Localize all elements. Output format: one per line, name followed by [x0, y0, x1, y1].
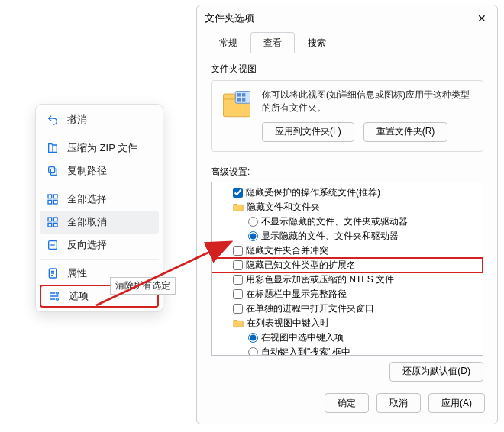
svg-rect-6: [48, 218, 52, 221]
tree-label: 在视图中选中键入项: [261, 331, 344, 344]
tree-radio[interactable]: [248, 347, 258, 356]
tree-checkbox[interactable]: [233, 188, 243, 198]
tree-row[interactable]: 在视图中选中键入项: [212, 330, 483, 345]
tree-checkbox[interactable]: [233, 246, 243, 256]
context-menu: 撤消 压缩为 ZIP 文件 复制路径 全部选择 清除所有选定 全部取消 反向选择: [35, 104, 163, 312]
dialog-button-row: 确定 取消 应用(A): [197, 385, 497, 424]
tree-row[interactable]: 隐藏已知文件类型的扩展名: [212, 258, 483, 272]
tree-checkbox[interactable]: [233, 289, 243, 299]
tree-radio[interactable]: [248, 333, 258, 343]
tree-radio[interactable]: [248, 231, 258, 241]
cancel-button[interactable]: 取消: [376, 393, 421, 413]
tree-label: 在标题栏中显示完整路径: [246, 288, 347, 301]
tree-row[interactable]: 显示隐藏的文件、文件夹和驱动器: [212, 229, 483, 243]
tree-row[interactable]: 自动键入到"搜索"框中: [212, 345, 483, 356]
tree-label: 在单独的进程中打开文件夹窗口: [246, 302, 374, 315]
tree-row[interactable]: 在单独的进程中打开文件夹窗口: [212, 301, 483, 316]
options-icon: [47, 289, 61, 303]
cm-select-all[interactable]: 全部选择 清除所有选定: [40, 188, 159, 211]
copy-path-icon: [46, 164, 60, 178]
cm-zip-label: 压缩为 ZIP 文件: [67, 141, 153, 155]
zip-icon: [46, 141, 60, 155]
ok-button[interactable]: 确定: [325, 393, 369, 413]
titlebar: 文件夹选项 ✕: [197, 5, 497, 31]
svg-rect-19: [242, 93, 245, 96]
tabs: 常规 查看 搜索: [197, 31, 497, 53]
advanced-label: 高级设置:: [211, 166, 483, 179]
tree-label: 用彩色显示加密或压缩的 NTFS 文件: [246, 273, 394, 286]
svg-rect-2: [48, 195, 52, 198]
svg-rect-16: [224, 94, 236, 99]
tree-radio[interactable]: [248, 217, 258, 227]
separator: [40, 259, 159, 260]
cm-deselect-all[interactable]: 全部取消: [40, 211, 159, 234]
tree-checkbox[interactable]: [233, 275, 243, 285]
folder-options-dialog: 文件夹选项 ✕ 常规 查看 搜索 文件夹视图 你可以将此视图(如详细信息或图标)…: [196, 5, 498, 424]
folder-view-label: 文件夹视图: [211, 63, 483, 76]
svg-rect-7: [53, 218, 57, 221]
svg-rect-9: [53, 223, 57, 227]
svg-rect-3: [53, 195, 57, 198]
properties-icon: [46, 266, 60, 280]
svg-rect-1: [49, 167, 55, 173]
cm-copy-path[interactable]: 复制路径: [40, 160, 159, 182]
tree-checkbox[interactable]: [233, 260, 243, 270]
svg-rect-4: [48, 200, 52, 204]
tree-row[interactable]: 用彩色显示加密或压缩的 NTFS 文件: [212, 272, 483, 287]
tree-label: 不显示隐藏的文件、文件夹或驱动器: [261, 215, 408, 228]
cm-undo-label: 撤消: [67, 113, 153, 127]
tree-label: 隐藏受保护的操作系统文件(推荐): [246, 186, 380, 199]
select-all-icon: [46, 192, 60, 206]
tab-search[interactable]: 搜索: [295, 32, 339, 53]
reset-folders-button[interactable]: 重置文件夹(R): [363, 122, 448, 142]
tree-label: 自动键入到"搜索"框中: [261, 346, 351, 356]
close-button[interactable]: ✕: [474, 11, 489, 26]
invert-icon: [46, 238, 60, 252]
svg-rect-5: [53, 200, 57, 204]
svg-rect-18: [237, 93, 241, 96]
cm-zip[interactable]: 压缩为 ZIP 文件: [40, 137, 159, 160]
separator: [40, 134, 159, 134]
apply-to-folders-button[interactable]: 应用到文件夹(L): [262, 122, 354, 142]
cm-invert-label: 反向选择: [67, 238, 153, 252]
tree-row[interactable]: 隐藏文件夹合并冲突: [212, 243, 483, 258]
tree-label: 隐藏文件和文件夹: [247, 201, 320, 214]
tree-label: 显示隐藏的文件、文件夹和驱动器: [261, 230, 399, 243]
separator: [40, 185, 159, 185]
folder-view-group: 你可以将此视图(如详细信息或图标)应用于这种类型的所有文件夹。 应用到文件夹(L…: [211, 80, 483, 152]
folder-view-text: 你可以将此视图(如详细信息或图标)应用于这种类型的所有文件夹。: [262, 89, 473, 114]
cm-copy-path-label: 复制路径: [67, 164, 153, 178]
advanced-settings-tree[interactable]: 隐藏受保护的操作系统文件(推荐)隐藏文件和文件夹不显示隐藏的文件、文件夹或驱动器…: [211, 182, 483, 356]
tooltip: 清除所有选定: [110, 277, 176, 295]
cm-undo[interactable]: 撤消: [40, 108, 159, 131]
svg-rect-0: [50, 169, 57, 175]
tab-content: 文件夹视图 你可以将此视图(如详细信息或图标)应用于这种类型的所有文件夹。 应用…: [197, 53, 497, 385]
cm-select-all-label: 全部选择: [67, 192, 153, 206]
folder-apply-icon: [221, 89, 253, 121]
tree-row[interactable]: 在标题栏中显示完整路径: [212, 287, 483, 301]
svg-point-13: [57, 298, 59, 301]
tree-label: 在列表视图中键入时: [247, 317, 329, 330]
dialog-title: 文件夹选项: [205, 11, 474, 25]
tree-row[interactable]: 隐藏受保护的操作系统文件(推荐): [212, 185, 483, 200]
svg-rect-17: [235, 92, 250, 104]
cm-invert[interactable]: 反向选择: [40, 234, 159, 256]
tree-row[interactable]: 不显示隐藏的文件、文件夹或驱动器: [212, 214, 483, 229]
restore-defaults-button[interactable]: 还原为默认值(D): [389, 362, 483, 382]
svg-rect-8: [48, 223, 52, 227]
tab-general[interactable]: 常规: [206, 32, 250, 53]
cm-deselect-all-label: 全部取消: [67, 215, 153, 229]
apply-button[interactable]: 应用(A): [428, 393, 485, 413]
svg-rect-20: [237, 98, 241, 101]
tree-row[interactable]: 在列表视图中键入时: [212, 316, 483, 330]
deselect-all-icon: [46, 215, 60, 229]
tree-checkbox[interactable]: [233, 304, 243, 314]
tree-label: 隐藏文件夹合并冲突: [246, 244, 328, 257]
tree-label: 隐藏已知文件类型的扩展名: [246, 259, 356, 272]
undo-icon: [46, 113, 60, 127]
tab-view[interactable]: 查看: [250, 32, 295, 53]
svg-point-12: [57, 292, 59, 295]
svg-rect-21: [242, 98, 245, 101]
tree-row[interactable]: 隐藏文件和文件夹: [212, 200, 483, 214]
